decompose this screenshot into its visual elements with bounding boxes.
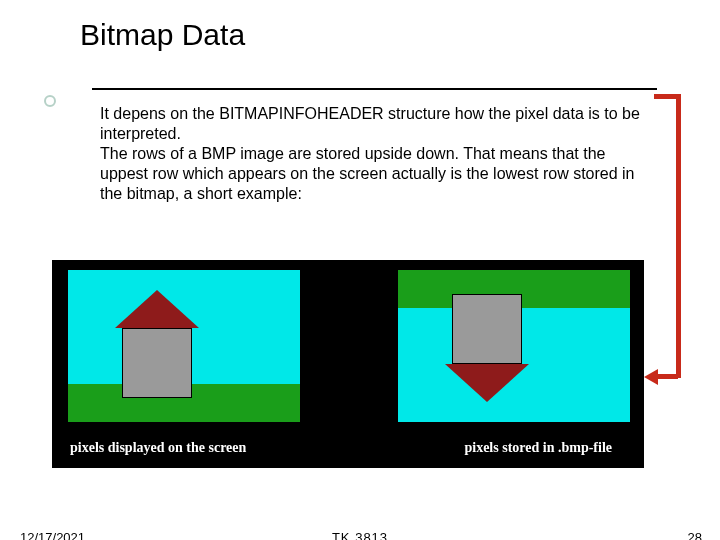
- house-body-icon: [122, 328, 192, 398]
- screen-display-panel: [68, 270, 300, 422]
- flip-arrow-icon: [654, 94, 686, 390]
- body-text: It depens on the BITMAPINFOHEADER struct…: [100, 104, 648, 204]
- house-roof-inverted-icon: [445, 364, 529, 402]
- footer-course-code: TK 3813: [332, 530, 388, 540]
- footer-date: 12/17/2021: [20, 530, 85, 540]
- bmp-file-panel: [398, 270, 630, 422]
- house-body-icon: [452, 294, 522, 364]
- caption-bmp: pixels stored in .bmp-file: [464, 440, 612, 456]
- body-paragraph-1: It depens on the BITMAPINFOHEADER struct…: [100, 105, 640, 142]
- house-roof-icon: [115, 290, 199, 328]
- slide-title: Bitmap Data: [80, 18, 245, 52]
- footer-page-number: 28: [688, 530, 702, 540]
- title-underline: [92, 88, 657, 90]
- slide-title-area: Bitmap Data: [80, 18, 245, 52]
- bitmap-flip-figure: pixels displayed on the screen pixels st…: [52, 260, 644, 468]
- body-paragraph-2: The rows of a BMP image are stored upsid…: [100, 145, 635, 202]
- title-bullet-icon: [44, 95, 56, 107]
- caption-screen: pixels displayed on the screen: [70, 440, 246, 456]
